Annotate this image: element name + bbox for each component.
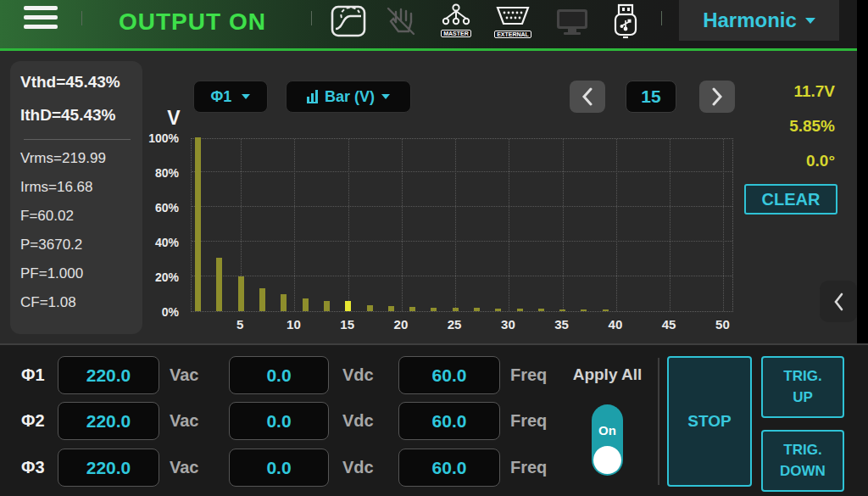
power-value: P=3670.2 xyxy=(20,237,134,254)
harmonic-bar[interactable] xyxy=(474,308,480,311)
touch-disabled-icon xyxy=(383,5,419,41)
chevron-right-icon xyxy=(710,87,724,106)
harmonic-bar[interactable] xyxy=(603,309,609,311)
phase2-vac-field[interactable]: 220.0 xyxy=(58,402,159,440)
selected-harmonic-angle: 0.0° xyxy=(733,152,835,170)
harmonic-bar[interactable] xyxy=(517,309,523,311)
selected-harmonic-percent: 5.85% xyxy=(733,117,835,136)
harmonic-next-button[interactable] xyxy=(699,81,735,113)
harmonic-bar[interactable] xyxy=(388,306,394,311)
x-tick-label: 45 xyxy=(656,317,682,332)
freq-unit-label: Freq xyxy=(510,365,547,385)
divider xyxy=(24,139,131,140)
horizontal-gridline xyxy=(192,241,732,242)
horizontal-gridline xyxy=(192,171,732,172)
x-tick-label: 30 xyxy=(495,317,520,332)
y-tick-label: 100% xyxy=(140,131,179,145)
trig-up-button[interactable]: TRIG. UP xyxy=(761,356,844,418)
apply-all-toggle[interactable]: On xyxy=(592,404,623,476)
stop-button[interactable]: STOP xyxy=(667,356,752,487)
harmonic-bar[interactable] xyxy=(303,298,309,311)
phase-select-label: Φ1 xyxy=(211,88,232,106)
freq-unit-label: Freq xyxy=(510,458,547,477)
menu-icon[interactable] xyxy=(24,6,58,29)
output-status: OUTPUT ON xyxy=(119,8,266,36)
vdc-unit-label: Vdc xyxy=(342,458,374,477)
harmonic-bar[interactable] xyxy=(216,258,222,312)
harmonic-bar[interactable] xyxy=(409,307,415,311)
waveform-mode-icon[interactable] xyxy=(331,5,366,41)
vac-unit-label: Vac xyxy=(170,458,198,477)
phase1-vdc-field[interactable]: 0.0 xyxy=(229,356,329,394)
phase3-vdc-field[interactable]: 0.0 xyxy=(229,449,329,487)
mode-select-dropdown[interactable]: Harmonic xyxy=(679,0,839,41)
view-select-dropdown[interactable]: Bar (V) xyxy=(286,81,411,113)
x-tick-label: 5 xyxy=(227,317,253,332)
vrms-value: Vrms=219.99 xyxy=(20,150,134,167)
horizontal-gridline xyxy=(192,206,732,207)
toggle-knob[interactable] xyxy=(593,446,621,474)
y-tick-label: 20% xyxy=(140,270,179,284)
phase2-label: Φ2 xyxy=(21,411,55,431)
toggle-on-label: On xyxy=(592,423,623,437)
harmonic-bar[interactable] xyxy=(324,301,330,311)
phase3-freq-field[interactable]: 60.0 xyxy=(398,449,500,487)
harmonic-bar[interactable] xyxy=(238,276,244,311)
frequency-value: F=60.02 xyxy=(20,208,134,225)
irms-value: Irms=16.68 xyxy=(20,179,134,196)
view-select-label: Bar (V) xyxy=(325,88,375,106)
harmonic-bar[interactable] xyxy=(431,308,437,312)
harmonic-bar[interactable] xyxy=(195,137,201,311)
vertical-gridline xyxy=(670,139,670,311)
divider xyxy=(661,11,662,25)
harmonic-bar[interactable] xyxy=(259,288,265,311)
clear-button[interactable]: CLEAR xyxy=(744,184,837,215)
harmonic-bar[interactable] xyxy=(367,305,373,311)
y-axis-labels: 100%80%60%40%20%0% xyxy=(142,138,184,312)
chevron-down-icon xyxy=(805,18,815,24)
vertical-gridline xyxy=(294,139,295,311)
phase2-vdc-field[interactable]: 0.0 xyxy=(229,402,329,440)
harmonic-plot[interactable] xyxy=(191,138,733,312)
apply-all-label: Apply All xyxy=(563,365,652,384)
harmonic-bar[interactable] xyxy=(581,309,587,311)
y-tick-label: 0% xyxy=(140,305,179,319)
harmonic-bar[interactable] xyxy=(559,309,565,311)
y-tick-label: 40% xyxy=(140,236,179,249)
harmonic-bar[interactable] xyxy=(281,294,287,312)
power-factor-value: PF=1.000 xyxy=(20,265,134,282)
horizontal-gridline xyxy=(192,276,732,276)
phase3-vac-field[interactable]: 220.0 xyxy=(58,449,159,487)
chevron-down-icon xyxy=(381,94,390,99)
phase1-freq-field[interactable]: 60.0 xyxy=(398,356,500,394)
x-tick-label: 35 xyxy=(549,317,575,332)
x-axis-labels: 5101520253035404550 xyxy=(191,317,750,334)
usb-icon[interactable] xyxy=(613,3,638,44)
vthd-value: Vthd=45.43% xyxy=(20,73,134,92)
harmonic-bar-selected[interactable] xyxy=(345,301,351,311)
chevron-down-icon xyxy=(242,94,250,99)
vertical-gridline xyxy=(509,139,509,311)
harmonic-prev-button[interactable] xyxy=(570,81,605,113)
collapse-panel-tab[interactable] xyxy=(820,281,857,322)
vac-unit-label: Vac xyxy=(170,411,198,431)
instrument-screen: OUTPUT ON xyxy=(0,0,868,496)
crest-factor-value: CF=1.08 xyxy=(20,294,134,311)
phase-select-dropdown[interactable]: Φ1 xyxy=(193,81,268,113)
y-axis-title: V xyxy=(161,107,186,130)
phase2-freq-field[interactable]: 60.0 xyxy=(398,402,500,440)
x-tick-label: 40 xyxy=(603,317,628,332)
harmonic-bar[interactable] xyxy=(495,309,501,311)
y-tick-label: 60% xyxy=(140,201,179,215)
phase1-vac-field[interactable]: 220.0 xyxy=(58,356,159,394)
x-tick-label: 10 xyxy=(281,317,306,332)
selected-harmonic-field[interactable]: 15 xyxy=(626,81,676,113)
vertical-gridline xyxy=(348,139,349,311)
harmonic-bar[interactable] xyxy=(453,308,459,311)
vertical-gridline xyxy=(616,139,617,311)
harmonic-bar[interactable] xyxy=(538,309,544,311)
x-tick-label: 25 xyxy=(442,317,467,332)
vertical-gridline xyxy=(563,139,564,311)
trig-down-button[interactable]: TRIG. DOWN xyxy=(761,430,844,492)
top-bar: OUTPUT ON xyxy=(0,0,868,51)
